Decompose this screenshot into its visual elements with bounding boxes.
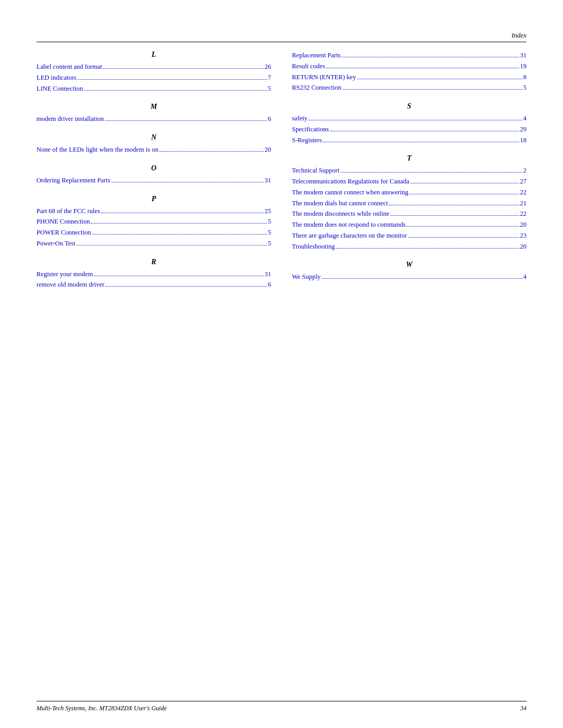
list-item[interactable]: Replacement Parts31 xyxy=(292,51,527,60)
entry-dots xyxy=(323,142,519,142)
index-section: WWe Supply4 xyxy=(292,261,527,282)
list-item[interactable]: Technical Support2 xyxy=(292,166,527,176)
list-item[interactable]: POWER Connection5 xyxy=(36,228,271,238)
entry-text: None of the LEDs light when the modem is… xyxy=(36,145,158,155)
page-footer: Multi-Tech Systems, Inc. MT2834ZDX User'… xyxy=(36,701,527,712)
entry-dots xyxy=(84,90,267,91)
entry-text: RETURN (ENTER) key xyxy=(292,72,356,82)
footer-left: Multi-Tech Systems, Inc. MT2834ZDX User'… xyxy=(36,705,167,712)
entry-dots xyxy=(91,223,266,224)
list-item[interactable]: The modem dials but cannot connect21 xyxy=(292,199,527,208)
entry-dots xyxy=(336,248,519,249)
entry-text: LINE Connection xyxy=(36,84,83,94)
index-section: Ssafety4Specifications29S-Registers18 xyxy=(292,102,527,145)
entry-dots xyxy=(322,278,522,279)
section-letter: T xyxy=(292,154,527,163)
entry-dots xyxy=(160,151,264,152)
list-item[interactable]: The modem does not respond to commands20 xyxy=(292,220,527,230)
section-letter: L xyxy=(36,51,271,59)
entry-page: 5 xyxy=(523,83,527,93)
list-item[interactable]: Register your modem31 xyxy=(36,269,271,279)
entry-text: LED indicators xyxy=(36,73,77,83)
list-item[interactable]: The modem cannot connect when answering2… xyxy=(292,188,527,198)
list-item[interactable]: There are garbage characters on the moni… xyxy=(292,231,527,241)
index-section: TTechnical Support2Telecommunications Re… xyxy=(292,154,527,251)
entry-dots xyxy=(112,182,264,182)
list-item[interactable]: Specifications29 xyxy=(292,125,527,134)
footer-page: 34 xyxy=(520,705,527,712)
page: Index LLabel content and format26LED ind… xyxy=(0,0,563,728)
entry-dots xyxy=(78,79,267,80)
list-item[interactable]: PHONE Connection5 xyxy=(36,217,271,227)
entry-page: 6 xyxy=(268,280,271,290)
entry-page: 26 xyxy=(265,62,272,72)
list-item[interactable]: remove old modem driver6 xyxy=(36,280,271,290)
list-item[interactable]: RETURN (ENTER) key8 xyxy=(292,72,527,82)
entry-page: 31 xyxy=(520,51,527,60)
list-item[interactable]: RS232 Connection5 xyxy=(292,83,527,93)
entry-page: 31 xyxy=(265,269,272,279)
entry-text: Register your modem xyxy=(36,269,93,279)
entry-dots xyxy=(92,234,267,235)
entry-text: There are garbage characters on the moni… xyxy=(292,231,407,241)
entry-page: 8 xyxy=(523,72,527,82)
list-item[interactable]: S-Registers18 xyxy=(292,135,527,145)
list-item[interactable]: LINE Connection5 xyxy=(36,84,271,94)
entry-dots xyxy=(101,213,264,213)
entry-dots xyxy=(407,226,519,227)
entry-text: Label content and format xyxy=(36,62,102,72)
entry-text: PHONE Connection xyxy=(36,217,90,227)
index-section: PPart 68 of the FCC rules25PHONE Connect… xyxy=(36,195,271,249)
section-letter: P xyxy=(36,195,271,203)
header-title: Index xyxy=(511,31,527,40)
list-item[interactable]: Telecommunications Regulations for Canad… xyxy=(292,177,527,187)
list-item[interactable]: Troubleshooting20 xyxy=(292,242,527,252)
right-column: Replacement Parts31Result codes19RETURN … xyxy=(292,51,527,299)
entry-text: remove old modem driver xyxy=(36,280,104,290)
list-item[interactable]: The modem disconnects while online22 xyxy=(292,209,527,219)
list-item[interactable]: safety4 xyxy=(292,114,527,124)
entry-text: Specifications xyxy=(292,125,329,134)
entry-text: Result codes xyxy=(292,61,325,71)
entry-dots xyxy=(309,120,522,120)
index-content: LLabel content and format26LED indicator… xyxy=(36,51,527,299)
entry-text: Replacement Parts xyxy=(292,51,340,60)
entry-page: 23 xyxy=(520,231,527,241)
section-letter: M xyxy=(36,103,271,111)
entry-text: S-Registers xyxy=(292,135,322,145)
entry-text: safety xyxy=(292,114,308,124)
list-item[interactable]: Power-On Test5 xyxy=(36,239,271,249)
list-item[interactable]: Ordering Replacement Parts31 xyxy=(36,176,271,186)
entry-page: 31 xyxy=(265,176,272,186)
entry-page: 5 xyxy=(268,228,271,238)
entry-text: Ordering Replacement Parts xyxy=(36,176,111,186)
entry-text: RS232 Connection xyxy=(292,83,341,93)
entry-dots xyxy=(105,120,267,121)
entry-text: modem driver installation xyxy=(36,114,104,124)
list-item[interactable]: We Supply4 xyxy=(292,272,527,282)
list-item[interactable]: None of the LEDs light when the modem is… xyxy=(36,145,271,155)
page-header: Index xyxy=(36,31,527,42)
entry-text: Troubleshooting xyxy=(292,242,335,252)
section-letter: N xyxy=(36,133,271,142)
entry-page: 25 xyxy=(265,206,272,216)
entry-dots xyxy=(357,79,522,79)
entry-text: The modem cannot connect when answering xyxy=(292,188,408,198)
entry-dots xyxy=(408,237,519,238)
list-item[interactable]: modem driver installation6 xyxy=(36,114,271,124)
entry-dots xyxy=(326,68,519,68)
entry-page: 5 xyxy=(268,84,271,94)
entry-page: 22 xyxy=(520,209,527,219)
list-item[interactable]: Label content and format26 xyxy=(36,62,271,72)
index-section: RRegister your modem31remove old modem d… xyxy=(36,258,271,290)
entry-page: 2 xyxy=(523,166,527,176)
list-item[interactable]: LED indicators7 xyxy=(36,73,271,83)
section-letter: R xyxy=(36,258,271,266)
entry-page: 22 xyxy=(520,188,527,198)
entry-dots xyxy=(340,172,522,172)
list-item[interactable]: Part 68 of the FCC rules25 xyxy=(36,206,271,216)
entry-page: 5 xyxy=(268,217,271,227)
entry-page: 4 xyxy=(523,272,527,282)
list-item[interactable]: Result codes19 xyxy=(292,61,527,71)
entry-page: 4 xyxy=(523,114,527,124)
